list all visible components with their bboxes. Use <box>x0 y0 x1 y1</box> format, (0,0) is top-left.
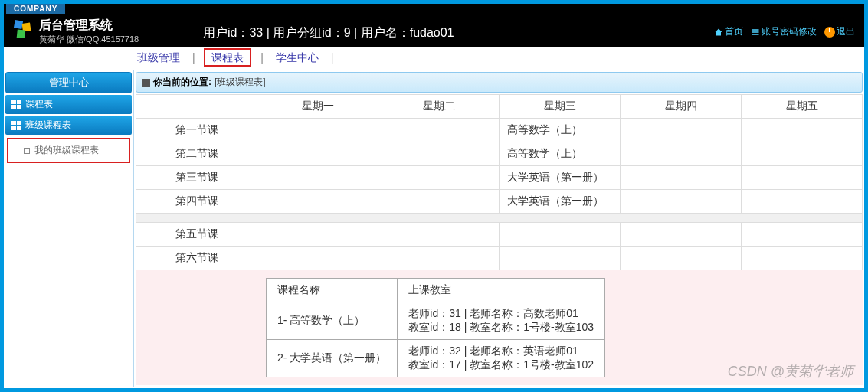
period-cell: 第一节课 <box>136 119 257 142</box>
table-row: 第六节课 <box>136 247 863 270</box>
schedule-cell <box>500 223 621 247</box>
sidebar-section-schedule[interactable]: 课程表 <box>5 95 132 114</box>
day-header: 星期四 <box>621 95 742 119</box>
schedule-cell: 大学英语（第一册） <box>500 166 621 190</box>
app-header: COMPANY 后台管理系统 黄菊华 微信/QQ:45157718 用户id：3… <box>4 4 864 47</box>
list-icon <box>751 28 760 37</box>
schedule-cell <box>378 247 500 270</box>
schedule-cell <box>378 190 500 214</box>
col-room: 上课教室 <box>398 279 605 302</box>
schedule-cell: 大学英语（第一册） <box>500 190 621 214</box>
nav-sep: | <box>331 51 334 64</box>
day-header: 星期五 <box>742 95 863 119</box>
info-line: 教室id：18 | 教室名称：1号楼-教室103 <box>408 321 594 335</box>
table-row: 第二节课 高等数学（上） <box>136 142 863 166</box>
top-nav: 班级管理 | 课程表 | 学生中心 | <box>4 47 864 70</box>
schedule-cell: 高等数学（上） <box>500 119 621 142</box>
schedule-cell: 高等数学（上） <box>500 142 621 166</box>
home-label: 首页 <box>725 25 743 38</box>
schedule-cell <box>257 190 378 214</box>
period-cell: 第五节课 <box>136 223 257 247</box>
app-subtitle: 黄菊华 微信/QQ:45157718 <box>39 34 139 45</box>
schedule-cell <box>257 223 378 247</box>
course-info: 老师id：32 | 老师名称：英语老师01 教室id：17 | 教室名称：1号楼… <box>398 340 605 377</box>
table-row: 第五节课 <box>136 223 863 247</box>
course-info: 老师id：31 | 老师名称：高数老师01 教室id：18 | 教室名称：1号楼… <box>398 302 605 340</box>
day-header: 星期二 <box>378 95 500 119</box>
sidebar-section-label: 课程表 <box>25 98 53 111</box>
course-name: 1- 高等数学（上） <box>267 302 398 340</box>
square-icon <box>24 148 30 154</box>
sidebar-item-label: 我的班级课程表 <box>34 144 99 157</box>
schedule-cell <box>742 223 863 247</box>
nav-class-mgmt[interactable]: 班级管理 <box>134 50 183 65</box>
sidebar-item-my-schedule[interactable]: 我的班级课程表 <box>7 138 130 163</box>
nav-schedule[interactable]: 课程表 <box>204 48 251 67</box>
sidebar: 管理中心 课程表 班级课程表 我的班级课程表 <box>4 70 134 387</box>
logo-icon <box>13 19 34 41</box>
title-block: 后台管理系统 黄菊华 微信/QQ:45157718 <box>39 18 139 45</box>
grid-icon <box>11 100 21 109</box>
period-cell: 第三节课 <box>136 166 257 190</box>
password-label: 账号密码修改 <box>762 25 817 38</box>
schedule-cell <box>621 223 742 247</box>
header-actions: 首页 账号密码修改 退出 <box>711 25 858 38</box>
col-course: 课程名称 <box>267 279 398 302</box>
gap-row <box>136 214 863 223</box>
breadcrumb-label: 你当前的位置: <box>153 76 211 89</box>
info-line: 老师id：32 | 老师名称：英语老师01 <box>408 345 594 358</box>
schedule-cell <box>257 119 378 142</box>
schedule-cell <box>257 247 378 270</box>
schedule-cell <box>378 142 500 166</box>
nav-sep: | <box>192 51 195 64</box>
schedule-cell <box>621 190 742 214</box>
info-line: 老师id：31 | 老师名称：高数老师01 <box>408 307 594 321</box>
power-icon <box>824 27 835 38</box>
logout-link[interactable]: 退出 <box>821 25 858 38</box>
svg-rect-2 <box>17 29 26 38</box>
schedule-cell <box>257 166 378 190</box>
logout-label: 退出 <box>837 25 855 38</box>
table-row: 第三节课 大学英语（第一册） <box>136 166 863 190</box>
period-cell: 第四节课 <box>136 190 257 214</box>
home-link[interactable]: 首页 <box>711 25 746 38</box>
day-header: 星期三 <box>500 95 621 119</box>
breadcrumb-icon <box>142 79 150 87</box>
schedule-cell <box>742 247 863 270</box>
schedule-table: 星期一 星期二 星期三 星期四 星期五 第一节课 高等数学（上） <box>136 94 863 270</box>
detail-row: 1- 高等数学（上） 老师id：31 | 老师名称：高数老师01 教室id：18… <box>267 302 605 340</box>
period-cell: 第二节课 <box>136 142 257 166</box>
schedule-cell <box>742 166 863 190</box>
breadcrumb-value: [班级课程表] <box>215 76 266 89</box>
schedule-cell <box>621 119 742 142</box>
nav-sep: | <box>260 51 264 64</box>
sidebar-section-class-schedule[interactable]: 班级课程表 <box>5 116 132 135</box>
schedule-cell <box>621 166 742 190</box>
schedule-cell <box>742 190 863 214</box>
grid-icon <box>11 121 21 130</box>
breadcrumb: 你当前的位置: [班级课程表] <box>136 72 863 93</box>
schedule-cell <box>742 142 863 166</box>
schedule-cell <box>742 119 863 142</box>
schedule-cell <box>378 119 500 142</box>
day-header: 星期一 <box>257 95 378 119</box>
details-table: 课程名称 上课教室 1- 高等数学（上） 老师id：31 | 老师名称：高数老师… <box>266 278 605 377</box>
corner-cell <box>136 95 257 119</box>
company-tab: COMPANY <box>6 4 65 14</box>
sidebar-section-label: 班级课程表 <box>25 119 71 132</box>
schedule-cell <box>257 142 378 166</box>
svg-rect-4 <box>752 31 759 33</box>
app-title: 后台管理系统 <box>39 18 139 34</box>
main-content: 你当前的位置: [班级课程表] 星期一 星期二 星期三 星期四 星期五 <box>134 70 864 387</box>
info-line: 教室id：17 | 教室名称：1号楼-教室102 <box>408 358 594 372</box>
password-link[interactable]: 账号密码修改 <box>748 25 820 38</box>
sidebar-header: 管理中心 <box>5 72 132 93</box>
schedule-cell <box>500 247 621 270</box>
schedule-cell <box>621 142 742 166</box>
schedule-cell <box>378 223 500 247</box>
user-info: 用户id：33 | 用户分组id：9 | 用户名：fudao01 <box>203 25 454 41</box>
svg-rect-5 <box>752 34 759 35</box>
nav-student-center[interactable]: 学生中心 <box>273 50 322 65</box>
svg-rect-0 <box>14 20 23 29</box>
course-name: 2- 大学英语（第一册） <box>267 340 398 377</box>
